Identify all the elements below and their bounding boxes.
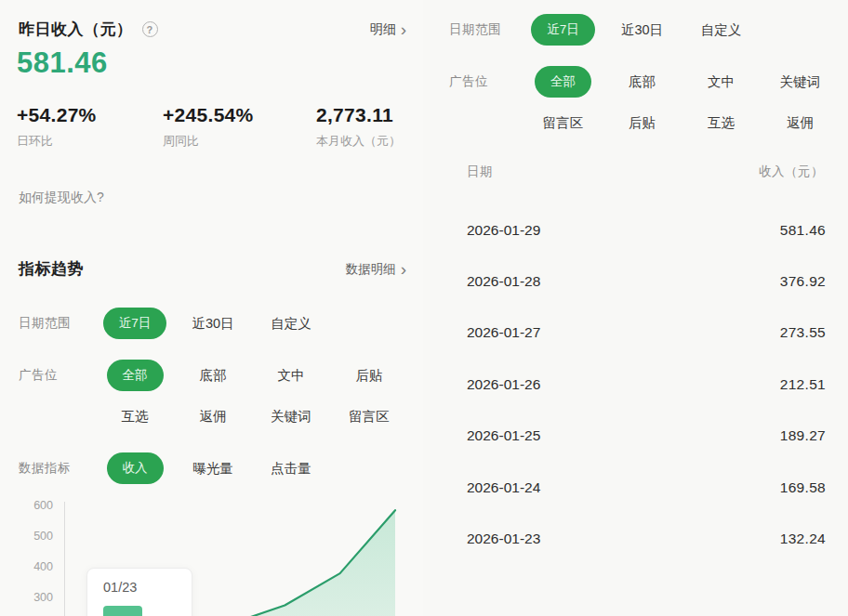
filter-option-ad-position-2[interactable]: 文中 <box>278 367 305 385</box>
filter-option-ad-position-0[interactable]: 全部 <box>107 360 164 391</box>
row-date: 2026-01-23 <box>467 531 540 547</box>
y-axis-tick: 500 <box>33 530 53 543</box>
filter-label: 数据指标 <box>19 448 96 489</box>
income-overview-panel: 昨日收入（元） ? 明细 › 581.46 +54.27% 日环比 +245.5… <box>0 0 423 616</box>
chevron-right-icon: › <box>401 23 406 36</box>
chart-tooltip-date: 01/23 <box>103 580 192 595</box>
filter-label: 广告位 <box>19 355 96 437</box>
yesterday-income-header: 昨日收入（元） ? 明细 › <box>19 19 406 40</box>
table-header-income: 收入（元） <box>759 164 824 180</box>
filter-option-date-range-0[interactable]: 近7日 <box>531 14 595 46</box>
filter-row-ad-position: 广告位全部底部文中后贴互选返佣关键词留言区 <box>19 355 408 437</box>
filter-row-date-range: 日期范围近7日近30日自定义 <box>449 9 840 50</box>
filter-option-ad-position-6[interactable]: 关键词 <box>271 408 311 426</box>
stat-label: 本月收入（元） <box>316 133 401 150</box>
trend-section-header: 指标趋势 数据明细 › <box>19 258 406 280</box>
chart-tooltip: 01/23 <box>86 568 192 616</box>
filter-label: 日期范围 <box>449 9 523 50</box>
filter-label: 广告位 <box>449 61 523 143</box>
filter-option-ad-position-1[interactable]: 底部 <box>629 73 656 91</box>
stat-value: 2,773.11 <box>316 104 401 126</box>
table-header-date: 日期 <box>467 164 493 180</box>
filter-row-ad-position: 广告位全部底部文中关键词留言区后贴互选返佣 <box>449 61 840 143</box>
row-income: 376.92 <box>780 273 826 290</box>
filter-option-ad-position-4[interactable]: 留言区 <box>543 114 584 132</box>
income-detail-panel: 日期范围近7日近30日自定义广告位全部底部文中关键词留言区后贴互选返佣 日期 收… <box>423 0 848 616</box>
row-income: 581.46 <box>780 222 826 239</box>
filter-row-date-range: 日期范围近7日近30日自定义 <box>19 303 408 344</box>
filter-options: 全部底部文中关键词留言区后贴互选返佣 <box>523 61 840 143</box>
table-row[interactable]: 2026-01-26212.51 <box>423 359 848 410</box>
yesterday-income-title: 昨日收入（元） ? <box>19 19 158 40</box>
stat-week-over-week: +245.54% 周同比 <box>163 104 254 150</box>
trend-data-detail-link[interactable]: 数据明细 › <box>346 261 406 278</box>
filter-option-ad-position-7[interactable]: 留言区 <box>349 408 390 426</box>
row-date: 2026-01-27 <box>467 324 540 341</box>
filter-row-metric: 数据指标收入曝光量点击量 <box>19 448 408 489</box>
stat-value: +245.54% <box>163 104 254 126</box>
row-income: 169.58 <box>780 479 826 496</box>
table-row[interactable]: 2026-01-27273.55 <box>423 308 848 359</box>
filter-option-date-range-2[interactable]: 自定义 <box>271 315 311 333</box>
row-income: 273.55 <box>780 324 826 341</box>
income-trend-chart[interactable]: 600500400300 <box>0 491 423 616</box>
filter-label: 日期范围 <box>19 303 96 344</box>
income-table: 2026-01-29581.462026-01-28376.922026-01-… <box>423 204 848 565</box>
y-axis-tick: 300 <box>33 591 53 604</box>
filter-option-ad-position-0[interactable]: 全部 <box>535 66 591 98</box>
filter-option-ad-position-3[interactable]: 关键词 <box>780 73 821 91</box>
row-date: 2026-01-28 <box>467 273 540 290</box>
filter-options: 收入曝光量点击量 <box>96 448 408 489</box>
filter-option-metric-0[interactable]: 收入 <box>107 452 164 484</box>
table-row[interactable]: 2026-01-24169.58 <box>423 462 848 513</box>
row-income: 189.27 <box>780 427 826 444</box>
yesterday-income-title-text: 昨日收入（元） <box>19 19 133 40</box>
filter-option-ad-position-2[interactable]: 文中 <box>708 73 735 91</box>
row-date: 2026-01-24 <box>467 479 540 496</box>
income-detail-link-label: 明细 <box>370 21 396 38</box>
trend-title: 指标趋势 <box>19 258 84 280</box>
stat-label: 周同比 <box>163 133 254 150</box>
filter-option-ad-position-6[interactable]: 互选 <box>708 114 735 132</box>
filter-option-ad-position-5[interactable]: 后贴 <box>629 114 656 132</box>
row-income: 212.51 <box>780 376 826 393</box>
yesterday-income-value: 581.46 <box>17 46 108 80</box>
stat-month-income: 2,773.11 本月收入（元） <box>316 104 401 150</box>
income-detail-link[interactable]: 明细 › <box>370 21 406 38</box>
filter-option-ad-position-7[interactable]: 返佣 <box>787 114 814 132</box>
table-row[interactable]: 2026-01-28376.92 <box>423 256 848 307</box>
filter-options: 近7日近30日自定义 <box>96 303 408 344</box>
row-date: 2026-01-25 <box>467 427 540 444</box>
y-axis-tick: 600 <box>33 499 53 512</box>
filter-option-date-range-0[interactable]: 近7日 <box>103 308 167 339</box>
row-income: 132.24 <box>780 531 826 547</box>
filter-option-ad-position-3[interactable]: 后贴 <box>356 367 383 385</box>
filter-option-date-range-1[interactable]: 近30日 <box>621 21 663 39</box>
income-table-header: 日期 收入（元） <box>467 164 824 180</box>
stat-day-over-day: +54.27% 日环比 <box>17 104 97 150</box>
filter-option-ad-position-1[interactable]: 底部 <box>200 367 227 385</box>
how-to-withdraw-link[interactable]: 如何提现收入? <box>19 190 104 206</box>
filter-options: 近7日近30日自定义 <box>523 9 840 50</box>
trend-data-detail-link-label: 数据明细 <box>346 261 396 278</box>
filter-option-ad-position-4[interactable]: 互选 <box>122 408 149 426</box>
table-row[interactable]: 2026-01-23132.24 <box>423 513 848 564</box>
y-axis-tick: 400 <box>33 560 53 573</box>
row-date: 2026-01-29 <box>467 222 540 239</box>
filter-option-date-range-1[interactable]: 近30日 <box>192 315 233 333</box>
filter-option-metric-2[interactable]: 点击量 <box>271 460 311 478</box>
trend-filters: 日期范围近7日近30日自定义广告位全部底部文中后贴互选返佣关键词留言区数据指标收… <box>19 303 408 500</box>
detail-filters: 日期范围近7日近30日自定义广告位全部底部文中关键词留言区后贴互选返佣 <box>449 9 840 154</box>
filter-option-metric-1[interactable]: 曝光量 <box>192 460 233 478</box>
chevron-right-icon: › <box>401 263 406 276</box>
row-date: 2026-01-26 <box>467 376 540 393</box>
tooltip-series-swatch-icon <box>103 606 142 616</box>
stat-value: +54.27% <box>17 104 97 126</box>
filter-option-ad-position-5[interactable]: 返佣 <box>200 408 227 426</box>
table-row[interactable]: 2026-01-29581.46 <box>423 204 848 256</box>
filter-option-date-range-2[interactable]: 自定义 <box>701 21 742 39</box>
table-row[interactable]: 2026-01-25189.27 <box>423 411 848 462</box>
help-icon[interactable]: ? <box>142 21 158 37</box>
filter-options: 全部底部文中后贴互选返佣关键词留言区 <box>96 355 408 437</box>
stat-label: 日环比 <box>17 133 97 150</box>
